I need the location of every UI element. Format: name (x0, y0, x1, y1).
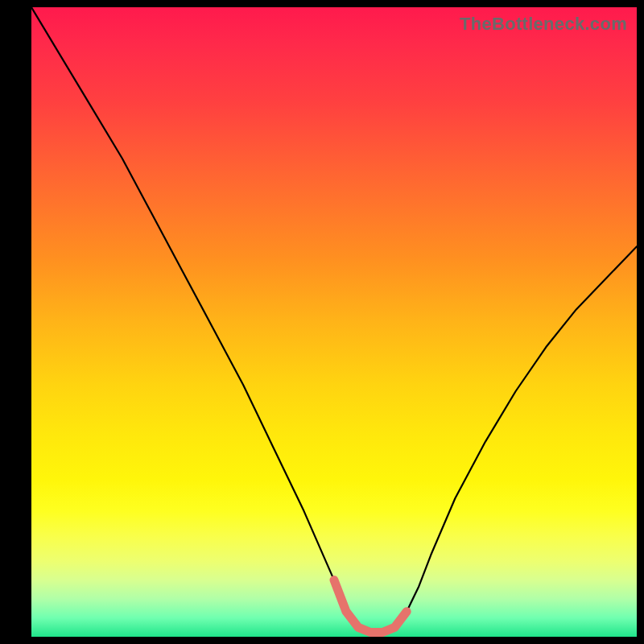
plot-area: TheBottleneck.com (31, 7, 637, 637)
chart-frame: TheBottleneck.com (0, 0, 644, 644)
watermark-text: TheBottleneck.com (460, 14, 627, 35)
curve-layer (31, 7, 637, 637)
bottleneck-curve (31, 7, 637, 633)
min-highlight (334, 580, 407, 633)
